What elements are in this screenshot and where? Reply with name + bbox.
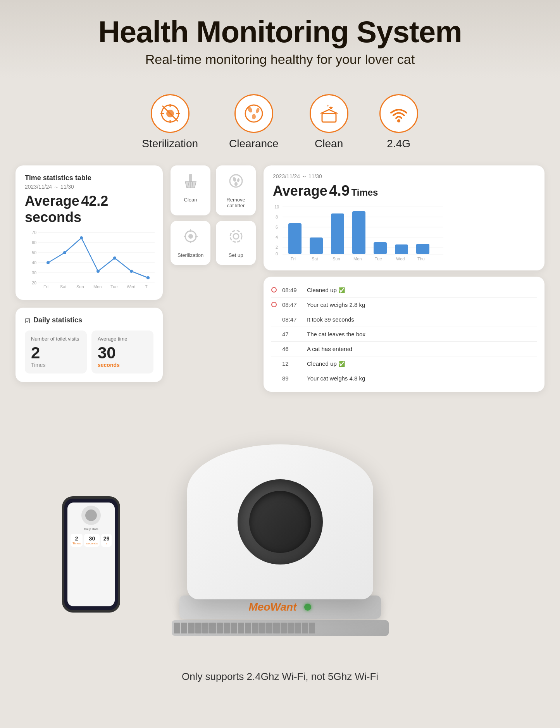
- feature-clean: Clean: [310, 94, 348, 150]
- clean-label: Clean: [315, 138, 343, 150]
- features-row: Sterilization Clearance C: [0, 79, 560, 162]
- svg-point-9: [255, 107, 260, 114]
- svg-rect-69: [331, 213, 344, 254]
- sterilization-icon: [151, 94, 190, 133]
- toilet-visits-label: Number of toilet visits: [31, 336, 81, 342]
- litter-box-assembly: MeoWant: [172, 444, 389, 636]
- litter-tray: [172, 620, 389, 636]
- avg-unit: seconds: [25, 209, 81, 225]
- phone-circle-display: [81, 506, 101, 525]
- sterilize-icon: [182, 228, 199, 248]
- svg-point-10: [252, 114, 256, 119]
- feature-clearance: Clearance: [229, 94, 279, 150]
- svg-point-28: [96, 270, 100, 273]
- brand-name: MeoWant: [249, 601, 297, 613]
- phone-unit-2: seconds: [86, 542, 98, 545]
- svg-text:60: 60: [32, 240, 36, 245]
- activity-desc-5: A cat has entered: [307, 346, 352, 352]
- avg-time-label: Average time: [98, 336, 147, 342]
- line-chart: 70 60 50 40 30 20: [25, 229, 153, 291]
- feature-sterilization: Sterilization: [142, 94, 198, 150]
- left-column: Time statistics table 2023/11/24 ～ 11/30…: [16, 165, 163, 392]
- product-section: Daily stats 2 Times 30 seconds 29 s: [0, 388, 560, 659]
- phone-stat-1: 2 Times: [71, 534, 83, 547]
- svg-text:Fri: Fri: [43, 284, 48, 289]
- svg-text:Mon: Mon: [93, 284, 102, 289]
- svg-text:8: 8: [276, 215, 278, 219]
- svg-text:6: 6: [276, 225, 278, 229]
- header: Health Monitoring System Real-time monit…: [0, 0, 560, 79]
- svg-text:4: 4: [276, 235, 278, 239]
- avg-time-unit: seconds: [98, 362, 147, 368]
- feature-wifi: 2.4G: [379, 94, 418, 150]
- activity-row-7: 89 Your cat weighs 4.8 kg: [271, 371, 537, 386]
- svg-rect-39: [189, 174, 192, 182]
- check-icon-6: ✅: [338, 361, 345, 367]
- avg-time-value: 30: [98, 345, 147, 361]
- phone-unit-3: s: [103, 542, 110, 545]
- toilet-visits-box: Number of toilet visits 2 Times: [25, 330, 87, 373]
- activity-dot-1: [271, 287, 277, 293]
- clean-btn-label: Clean: [184, 197, 197, 203]
- avg-label: Average: [25, 193, 79, 209]
- gear-icon: [227, 228, 245, 248]
- svg-point-45: [237, 178, 240, 182]
- sterilization-btn-label: Sterilization: [177, 252, 203, 258]
- cat-litter-icon: [227, 172, 245, 193]
- daily-stats-row: Number of toilet visits 2 Times Average …: [25, 330, 153, 373]
- svg-text:Sat: Sat: [60, 284, 67, 289]
- setup-button[interactable]: Set up: [216, 221, 256, 265]
- svg-rect-11: [322, 114, 336, 122]
- bar-chart-card: 2023/11/24 ～ 11/30 Average 4.9 Times 10 …: [264, 165, 544, 270]
- svg-point-27: [80, 236, 83, 239]
- svg-rect-73: [416, 244, 429, 254]
- svg-text:50: 50: [32, 250, 36, 255]
- svg-point-46: [234, 182, 238, 186]
- sterilization-button[interactable]: Sterilization: [171, 221, 210, 265]
- svg-text:Tue: Tue: [375, 256, 382, 261]
- svg-text:40: 40: [32, 260, 36, 265]
- activity-desc-4: The cat leaves the box: [307, 331, 365, 337]
- daily-stats-title: Daily statistics: [33, 316, 82, 324]
- phone-val-2: 30: [86, 535, 98, 542]
- visit-stats-date: 2023/11/24 ～ 11/30: [273, 173, 535, 180]
- phone-stat-2: 30 seconds: [84, 534, 100, 547]
- main-title: Health Monitoring System: [8, 15, 552, 49]
- right-column: 2023/11/24 ～ 11/30 Average 4.9 Times 10 …: [264, 165, 544, 392]
- activity-dot-2: [271, 302, 277, 307]
- phone-mini-stats: 2 Times 30 seconds 29 s: [71, 534, 112, 547]
- activity-time-4: 47: [282, 331, 302, 337]
- sterilization-label: Sterilization: [142, 138, 198, 150]
- bar-chart-svg: 10 8 6 4 2 0: [273, 203, 443, 261]
- svg-point-26: [63, 251, 66, 254]
- toilet-visits-unit: Times: [31, 362, 81, 368]
- svg-text:Thu: Thu: [417, 256, 425, 261]
- litter-box-opening: [238, 479, 323, 565]
- activity-row-2: 08:47 Your cat weighs 2.8 kg: [271, 298, 537, 312]
- visit-avg-value: 4.9: [329, 182, 350, 199]
- svg-text:T: T: [145, 284, 148, 289]
- svg-text:Sat: Sat: [312, 256, 318, 261]
- svg-rect-68: [310, 238, 323, 254]
- dashboard: Time statistics table 2023/11/24 ～ 11/30…: [0, 162, 560, 399]
- remove-litter-label: Remove cat litter: [223, 197, 249, 208]
- phone-screen: Daily stats 2 Times 30 seconds 29 s: [62, 496, 120, 613]
- svg-text:10: 10: [274, 205, 279, 209]
- clearance-label: Clearance: [229, 138, 279, 150]
- activity-row-4: 47 The cat leaves the box: [271, 327, 537, 342]
- svg-text:Wed: Wed: [127, 284, 135, 289]
- activity-time-7: 89: [282, 375, 302, 382]
- phone-mockup: Daily stats 2 Times 30 seconds 29 s: [62, 496, 124, 613]
- svg-point-7: [245, 105, 262, 122]
- svg-rect-70: [352, 211, 365, 254]
- activity-time-6: 12: [282, 360, 302, 367]
- svg-rect-67: [288, 223, 302, 254]
- phone-stat-3: 29 s: [101, 534, 112, 547]
- svg-point-54: [230, 231, 242, 242]
- clean-button[interactable]: Clean: [171, 165, 210, 215]
- svg-text:20: 20: [32, 281, 36, 285]
- svg-text:70: 70: [32, 230, 36, 235]
- time-stats-avg: Average 42.2 seconds: [25, 193, 153, 225]
- remove-litter-button[interactable]: Remove cat litter: [216, 165, 256, 215]
- wifi-label: 2.4G: [387, 138, 410, 150]
